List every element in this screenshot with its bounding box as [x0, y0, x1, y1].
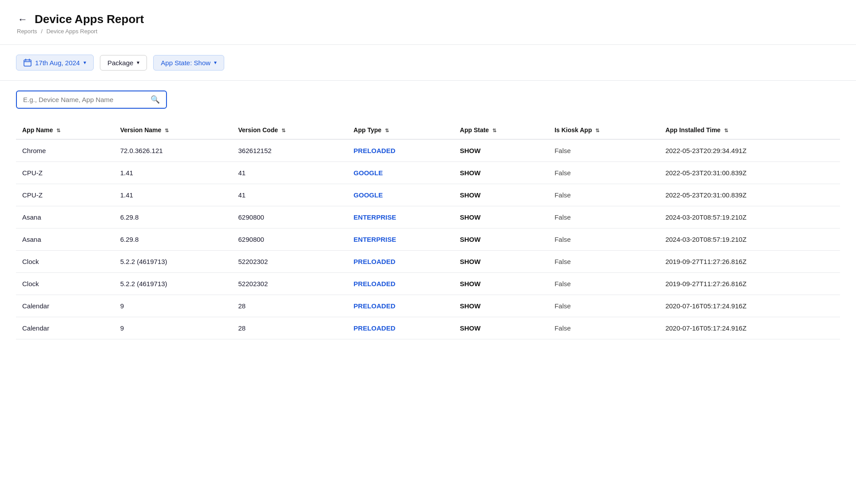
cell-6: 2024-03-20T08:57:19.210Z: [659, 206, 840, 228]
cell-1: 6.29.8: [114, 228, 232, 251]
cell-4: SHOW: [454, 184, 548, 206]
back-button[interactable]: ←: [16, 14, 29, 25]
cell-2: 52202302: [232, 251, 348, 273]
cell-3: ENTERPRISE: [347, 206, 453, 228]
cell-1: 1.41: [114, 162, 232, 184]
cell-4: SHOW: [454, 228, 548, 251]
cell-1: 5.2.2 (4619713): [114, 273, 232, 295]
search-row: 🔍: [16, 91, 840, 109]
cell-1: 6.29.8: [114, 206, 232, 228]
col-is-kiosk-app-sort[interactable]: ⇅: [595, 128, 599, 134]
cell-0: Calendar: [16, 295, 114, 317]
app-state-filter-button[interactable]: App State: Show ▾: [153, 55, 224, 71]
col-app-installed-time-sort[interactable]: ⇅: [724, 128, 728, 134]
cell-2: 41: [232, 184, 348, 206]
col-app-name: App Name ⇅: [16, 121, 114, 139]
cell-5: False: [548, 251, 659, 273]
cell-5: False: [548, 295, 659, 317]
col-app-name-sort[interactable]: ⇅: [56, 128, 60, 134]
cell-0: Asana: [16, 206, 114, 228]
cell-4: SHOW: [454, 273, 548, 295]
cell-2: 362612152: [232, 139, 348, 162]
table-row[interactable]: Clock5.2.2 (4619713)52202302PRELOADEDSHO…: [16, 251, 840, 273]
cell-1: 72.0.3626.121: [114, 139, 232, 162]
cell-4: SHOW: [454, 162, 548, 184]
breadcrumb-parent[interactable]: Reports: [17, 28, 37, 35]
cell-5: False: [548, 184, 659, 206]
cell-0: Calendar: [16, 317, 114, 339]
cell-0: Asana: [16, 228, 114, 251]
cell-5: False: [548, 162, 659, 184]
cell-2: 28: [232, 295, 348, 317]
col-is-kiosk-app: Is Kiosk App ⇅: [548, 121, 659, 139]
table-row[interactable]: Clock5.2.2 (4619713)52202302PRELOADEDSHO…: [16, 273, 840, 295]
cell-3: GOOGLE: [347, 162, 453, 184]
cell-5: False: [548, 317, 659, 339]
table-row[interactable]: Chrome72.0.3626.121362612152PRELOADEDSHO…: [16, 139, 840, 162]
cell-4: SHOW: [454, 295, 548, 317]
col-version-name-sort[interactable]: ⇅: [165, 128, 169, 134]
cell-6: 2020-07-16T05:17:24.916Z: [659, 295, 840, 317]
app-state-filter-chevron: ▾: [214, 59, 217, 66]
cell-3: GOOGLE: [347, 184, 453, 206]
col-version-name: Version Name ⇅: [114, 121, 232, 139]
date-filter-label: 17th Aug, 2024: [35, 59, 80, 67]
table-row[interactable]: CPU-Z1.4141GOOGLESHOWFalse2022-05-23T20:…: [16, 184, 840, 206]
cell-0: Chrome: [16, 139, 114, 162]
cell-1: 9: [114, 317, 232, 339]
package-filter-chevron: ▾: [137, 59, 139, 66]
breadcrumb: Reports / Device Apps Report: [16, 28, 840, 35]
cell-4: SHOW: [454, 206, 548, 228]
breadcrumb-separator: /: [41, 28, 43, 35]
col-app-state: App State ⇅: [454, 121, 548, 139]
cell-1: 1.41: [114, 184, 232, 206]
table-row[interactable]: Calendar928PRELOADEDSHOWFalse2020-07-16T…: [16, 317, 840, 339]
cell-6: 2020-07-16T05:17:24.916Z: [659, 317, 840, 339]
cell-6: 2019-09-27T11:27:26.816Z: [659, 251, 840, 273]
col-version-code-sort[interactable]: ⇅: [281, 128, 285, 134]
col-version-code: Version Code ⇅: [232, 121, 348, 139]
col-app-type-sort[interactable]: ⇅: [385, 128, 389, 134]
table-row[interactable]: Asana6.29.86290800ENTERPRISESHOWFalse202…: [16, 228, 840, 251]
cell-5: False: [548, 273, 659, 295]
page-title: Device Apps Report: [35, 12, 144, 26]
cell-3: PRELOADED: [347, 139, 453, 162]
cell-1: 9: [114, 295, 232, 317]
cell-2: 6290800: [232, 206, 348, 228]
cell-3: PRELOADED: [347, 295, 453, 317]
col-app-type: App Type ⇅: [347, 121, 453, 139]
cell-6: 2024-03-20T08:57:19.210Z: [659, 228, 840, 251]
cell-2: 52202302: [232, 273, 348, 295]
search-input[interactable]: [23, 96, 147, 103]
date-filter-button[interactable]: 17th Aug, 2024 ▾: [16, 55, 94, 71]
cell-3: PRELOADED: [347, 317, 453, 339]
breadcrumb-current: Device Apps Report: [46, 28, 97, 35]
col-app-state-sort[interactable]: ⇅: [492, 128, 496, 134]
calendar-icon: [24, 59, 32, 67]
cell-4: SHOW: [454, 139, 548, 162]
cell-0: CPU-Z: [16, 162, 114, 184]
col-app-installed-time: App Installed Time ⇅: [659, 121, 840, 139]
table-row[interactable]: CPU-Z1.4141GOOGLESHOWFalse2022-05-23T20:…: [16, 162, 840, 184]
table-row[interactable]: Asana6.29.86290800ENTERPRISESHOWFalse202…: [16, 206, 840, 228]
search-box: 🔍: [16, 91, 167, 109]
cell-0: CPU-Z: [16, 184, 114, 206]
search-icon[interactable]: 🔍: [151, 95, 160, 104]
cell-3: PRELOADED: [347, 273, 453, 295]
cell-6: 2022-05-23T20:31:00.839Z: [659, 162, 840, 184]
cell-0: Clock: [16, 251, 114, 273]
cell-3: PRELOADED: [347, 251, 453, 273]
cell-3: ENTERPRISE: [347, 228, 453, 251]
package-filter-button[interactable]: Package ▾: [100, 55, 147, 71]
cell-2: 28: [232, 317, 348, 339]
cell-5: False: [548, 139, 659, 162]
svg-rect-0: [24, 60, 31, 66]
cell-5: False: [548, 206, 659, 228]
cell-6: 2019-09-27T11:27:26.816Z: [659, 273, 840, 295]
cell-5: False: [548, 228, 659, 251]
cell-2: 41: [232, 162, 348, 184]
filter-row: 17th Aug, 2024 ▾ Package ▾ App State: Sh…: [16, 55, 840, 71]
table-row[interactable]: Calendar928PRELOADEDSHOWFalse2020-07-16T…: [16, 295, 840, 317]
app-state-filter-label: App State: Show: [161, 59, 210, 67]
table-header-row: App Name ⇅ Version Name ⇅ Version Code ⇅…: [16, 121, 840, 139]
